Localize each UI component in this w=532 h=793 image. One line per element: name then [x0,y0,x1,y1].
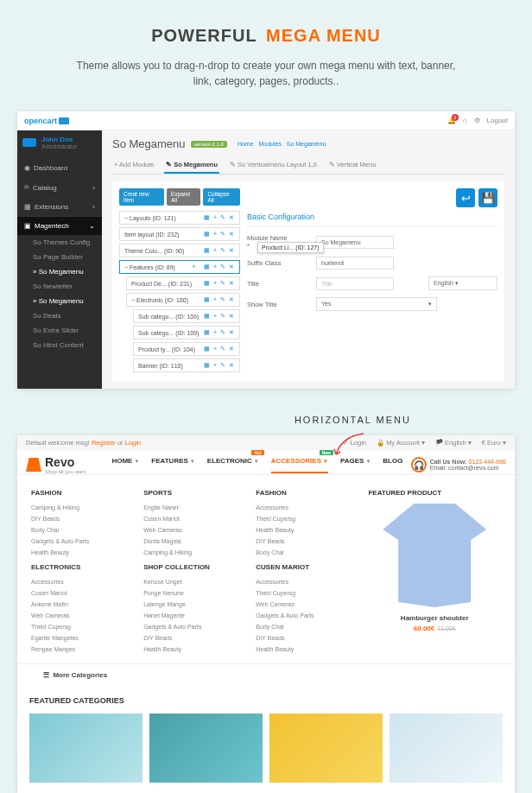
sidebar-item-magentech[interactable]: ▣Magentech⌄ [17,216,102,235]
mega-link[interactable]: Body Chai [256,547,358,558]
tree-item[interactable]: Product ty... (ID: 104)▦ + ✎ ✕ [133,342,240,356]
mega-link[interactable]: Accessories [256,502,358,513]
nav-electronic[interactable]: HotELECTRONIC▼ [207,457,259,473]
mega-link[interactable]: Health Beauty [31,547,133,558]
mega-link[interactable]: Web Cameras [256,599,358,610]
nav-home[interactable]: HOME▼ [111,457,139,473]
mega-link[interactable]: Accessories [256,576,358,587]
breadcrumb[interactable]: Home Modules So Megamenu [238,141,326,147]
mega-link[interactable]: DIY Beads [31,513,133,524]
revo-logo[interactable]: RevoShop all you want [26,455,86,474]
mega-link[interactable]: Latenge Mange [143,599,245,610]
tab-add-module[interactable]: + Add Module [112,157,155,174]
tab-vertical[interactable]: ✎ Vertical Menu [327,157,378,174]
notification-bell-icon[interactable]: 🔔2 [447,117,456,124]
sidebar-sub[interactable]: So Page Builder [17,250,102,264]
mega-link[interactable]: DIY Beads [143,632,245,644]
language-switch[interactable]: 🏴 English ▾ [435,439,472,447]
mega-link[interactable]: Web Cameras [31,610,133,621]
mega-link[interactable]: Denta Magela [143,536,245,547]
mega-link[interactable]: Body Chai [256,621,358,632]
mega-link[interactable]: Rengae Manges [31,644,133,655]
more-categories[interactable]: ☰ More Categories [17,664,515,686]
tree-item[interactable]: Sub catego... (ID: 106)▦ + ✎ ✕ [133,309,240,323]
sidebar-sub[interactable]: So Newletter [17,279,102,294]
mega-link[interactable]: Accessories [31,576,133,587]
register-link[interactable]: Register [92,439,116,447]
suffix-input[interactable]: horilendi [316,257,394,270]
tree-item[interactable]: Item layout (ID: 232)▦ + ✎ ✕ [119,227,240,241]
login-link[interactable]: Login [125,439,141,447]
mega-link[interactable]: Gadgets & Auto Parts [256,610,358,621]
mega-link[interactable]: Cusen Mariot [31,587,133,599]
featured-image[interactable] [383,504,486,607]
mega-link[interactable]: Theid Cupersg [31,621,133,632]
sidebar-item-dashboard[interactable]: ◉Dashboard [17,158,102,177]
tree-item[interactable]: Theme Colo... (ID: 90)▦ + ✎ ✕ [119,244,240,257]
sidebar-item-catalog[interactable]: ፨Catalog› [17,177,102,197]
tree-item[interactable]: Banner (ID: 110)▦ + ✎ ✕ [133,358,240,372]
nav-blog[interactable]: BLOG [383,457,402,473]
show-title-select[interactable]: Yes ▾ [316,297,437,311]
module-name-input[interactable]: So Megamenu [316,236,394,249]
category-tile[interactable] [390,714,503,783]
tree-item[interactable]: Sub catego... (ID: 109)▦ + ✎ ✕ [133,326,240,339]
settings-icon[interactable]: ⚙ [474,117,480,124]
home-icon[interactable]: ⌂ [463,117,467,124]
mega-link[interactable]: Theid Cupersg [256,587,358,599]
sidebar-sub[interactable]: So Deals [17,308,102,323]
sidebar-sub[interactable]: So Themes Config [17,235,102,250]
tree-item[interactable]: − Layouts (ID: 121)▦ + ✎ ✕ [119,211,240,225]
sidebar-sub[interactable]: So Extra Slider [17,323,102,338]
welcome-msg: Default welcome msg! Register or Login [26,439,141,447]
tree-item[interactable]: − Electronic (ID: 100)▦ + ✎ ✕ [126,293,240,307]
mega-link[interactable]: Web Cameras [143,524,245,536]
nav-features[interactable]: FEATURES▼ [151,457,194,473]
category-tile[interactable] [269,714,383,783]
category-tile[interactable] [29,714,142,783]
mega-heading: ELECTRONICS [31,563,133,571]
mega-link[interactable]: Health Beauty [143,644,245,655]
my-account[interactable]: 🔒 My Account ▾ [377,439,425,447]
featured-name[interactable]: Hamburger shoulder [368,614,501,622]
save-button[interactable]: 💾 [478,188,497,207]
mega-link[interactable]: Cusen Mariot [143,513,245,524]
mega-link[interactable]: Body Chai [31,524,133,536]
tab-verticalmenu[interactable]: ✎ So Verticalmenu Layout 1,6 [228,157,319,174]
expand-all-button[interactable]: Expand All [167,188,200,206]
mega-link[interactable]: Health Beauty [256,644,358,655]
mega-link[interactable]: Hanet Magente [143,610,245,621]
mega-link[interactable]: DIY Beads [256,536,358,547]
mega-link[interactable]: Engite Nanet [143,502,245,513]
currency-switch[interactable]: € Euro ▾ [482,439,506,447]
undo-button[interactable]: ↩ [456,188,475,207]
tree-item[interactable]: Product De... (ID: 231)▦ + ✎ ✕ [126,276,240,290]
create-item-button[interactable]: Creat new item [119,188,164,206]
mega-link[interactable]: Theid Cupersg [256,513,358,524]
sidebar-sub[interactable]: So Html Content [17,338,102,352]
mega-link[interactable]: Health Beauty [256,524,358,536]
mega-link[interactable]: Punge Nenune [143,587,245,599]
sidebar-sub[interactable]: » So Megamenu [17,294,102,308]
nav-accessories[interactable]: NewACCESSORIES▼ [271,457,328,473]
mega-link[interactable]: Camping & Hiking [143,547,245,558]
tree-item-selected[interactable]: − Features (ID: 89)+ ▦ + ✎ ✕ [119,260,240,274]
mega-link[interactable]: Gadgets & Auto Parts [31,536,133,547]
logout-link[interactable]: Logout [487,117,508,124]
sidebar-item-extensions[interactable]: ▦Extensions› [17,197,102,216]
title-input[interactable]: Title [316,277,394,290]
nav-pages[interactable]: PAGES▼ [340,457,370,473]
collapse-all-button[interactable]: Collapse All [203,188,240,206]
mega-link[interactable]: Gadgets & Auto Parts [143,621,245,632]
mega-link[interactable]: Camping & Hiking [31,502,133,513]
store-nav: RevoShop all you want HOME▼ FEATURES▼ Ho… [17,450,515,475]
category-tile[interactable] [149,714,263,783]
language-select[interactable]: English ▾ [428,276,497,290]
mega-link[interactable]: Ankene Mafin [31,599,133,610]
sidebar-sub[interactable]: » So Megamenu [17,264,102,279]
storefront-screenshot: Default welcome msg! Register or Login ✓… [17,435,515,793]
mega-link[interactable]: DIY Beads [256,632,358,644]
mega-link[interactable]: Egante Mangetes [31,632,133,644]
mega-link[interactable]: Kenuse Unget [143,576,245,587]
tab-so-megamenu[interactable]: ✎ So Megamenu [164,157,219,174]
